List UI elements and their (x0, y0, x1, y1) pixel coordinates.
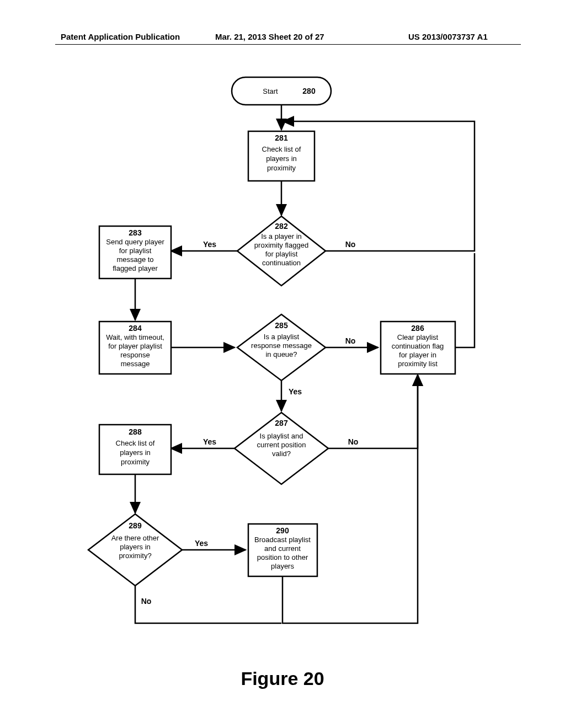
node-282-l1: Is a player in (261, 232, 302, 240)
node-284-l1: Wait, with timeout, (106, 333, 164, 341)
edge-282-no-label: No (345, 240, 356, 249)
flowchart: Start 280 281 Check list of players in p… (55, 66, 519, 645)
node-285-l2: response message (251, 341, 312, 350)
node-286-num: 286 (411, 324, 424, 333)
node-287-l2: current position (257, 441, 306, 449)
node-289-l1: Are there other (111, 534, 159, 542)
edge-287-no (328, 375, 418, 448)
node-290-l2: and current (264, 544, 301, 553)
node-282-l3: for playlist (265, 250, 298, 258)
node-285-num: 285 (275, 321, 288, 330)
node-281-l3: proximity (267, 164, 296, 172)
node-287-l1: Is playlist and (260, 432, 303, 440)
header-left: Patent Application Publication (61, 32, 180, 41)
node-284-l4: message (121, 360, 150, 368)
edge-287-no-label: No (348, 437, 359, 446)
node-283-l3: message to (116, 255, 153, 264)
header-mid: Mar. 21, 2013 Sheet 20 of 27 (215, 32, 324, 41)
node-286-l3: for player in (399, 351, 436, 359)
node-282-num: 282 (275, 222, 288, 231)
node-289-l3: proximity? (119, 552, 151, 560)
node-288-l1: Check list of (116, 439, 155, 447)
node-288-l3: proximity (121, 458, 150, 466)
edge-290-286 (282, 375, 418, 623)
edge-289-no-label: No (141, 597, 152, 606)
edge-289-no (135, 586, 281, 623)
node-290-l1: Broadcast playlist (254, 536, 311, 544)
node-289-l2: players in (120, 543, 151, 551)
node-289-num: 289 (129, 521, 142, 530)
node-290-l4: players (271, 562, 294, 570)
node-288-l2: players in (120, 448, 151, 457)
edge-289-yes-label: Yes (195, 539, 208, 548)
node-282-l4: continuation (262, 259, 301, 267)
edge-282-yes-label: Yes (203, 240, 216, 249)
edge-285-no-label: No (345, 336, 356, 345)
edge-285-yes-label: Yes (289, 387, 302, 396)
edge-286-loop (455, 253, 475, 347)
node-285-l1: Is a playlist (264, 333, 300, 341)
node-281-num: 281 (275, 133, 288, 142)
node-286-l2: continuation flag (392, 342, 444, 350)
node-290-l3: position to other (257, 553, 308, 561)
node-283-num: 283 (129, 228, 142, 237)
figure-title: Figure 20 (0, 668, 565, 689)
node-283-l2: for playlist (119, 247, 152, 255)
node-281-l2: players in (266, 154, 297, 163)
node-283-l1: Send query player (106, 238, 164, 246)
edge-287-yes-label: Yes (203, 437, 216, 446)
header-rule (55, 44, 521, 45)
node-285-l3: in queue? (265, 350, 297, 358)
node-281-l1: Check list of (262, 145, 301, 153)
node-284-l2: for player playlist (108, 342, 162, 350)
node-286-l1: Clear playlist (397, 333, 439, 341)
node-282-l2: proximity flagged (254, 241, 308, 249)
node-start (232, 77, 331, 105)
node-288-num: 288 (129, 427, 142, 436)
node-286-l4: proximity list (398, 360, 438, 368)
header-right: US 2013/0073737 A1 (408, 32, 488, 41)
node-start-label: Start (263, 87, 278, 95)
node-284-num: 284 (129, 324, 142, 333)
node-284-l3: response (120, 351, 150, 359)
node-start-num: 280 (302, 87, 316, 95)
node-287-num: 287 (275, 419, 288, 427)
node-290-num: 290 (276, 526, 289, 535)
node-287-l3: valid? (272, 449, 291, 458)
node-283-l4: flagged player (113, 264, 158, 272)
